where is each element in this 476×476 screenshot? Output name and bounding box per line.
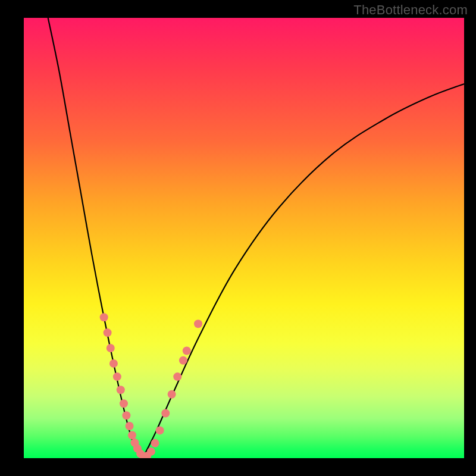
marker-dot <box>156 426 164 434</box>
curve-right-branch <box>143 84 464 458</box>
marker-dot <box>168 390 176 399</box>
marker-dot <box>120 399 128 408</box>
marker-dot <box>179 356 187 365</box>
marker-dot <box>117 386 125 394</box>
marker-dot <box>122 411 130 419</box>
marker-dot <box>109 359 118 368</box>
curve-svg <box>24 18 464 458</box>
marker-dot <box>100 313 108 321</box>
marker-dot <box>151 439 159 447</box>
marker-dot <box>126 422 134 430</box>
watermark-text: TheBottleneck.com <box>353 2 468 18</box>
chart-frame: TheBottleneck.com <box>0 0 476 476</box>
marker-dot <box>107 344 115 352</box>
marker-group <box>100 313 202 458</box>
marker-dot <box>147 447 155 456</box>
marker-dot <box>173 372 181 381</box>
marker-dot <box>104 328 112 337</box>
marker-dot <box>161 409 170 418</box>
plot-area <box>24 18 464 458</box>
marker-dot <box>183 346 191 355</box>
curve-left-branch <box>48 18 143 458</box>
marker-dot <box>128 431 136 440</box>
marker-dot <box>194 320 202 328</box>
marker-dot <box>113 372 121 381</box>
